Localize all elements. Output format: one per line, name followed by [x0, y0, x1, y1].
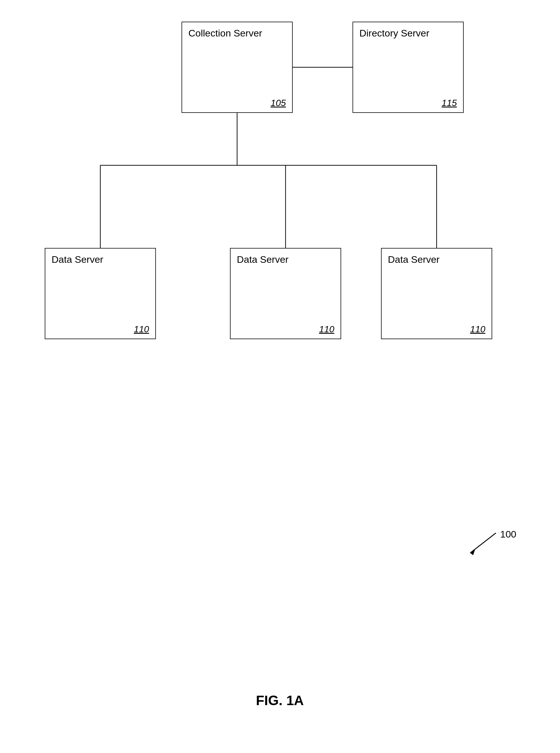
- data-server-left-number: 110: [134, 324, 149, 335]
- diagram-reference-number: 100: [500, 529, 516, 540]
- data-server-center-label: Data Server: [237, 254, 334, 265]
- svg-marker-7: [470, 549, 475, 555]
- directory-server-label: Directory Server: [359, 27, 457, 39]
- data-server-center-number: 110: [319, 324, 334, 335]
- figure-label: FIG. 1A: [237, 693, 323, 708]
- data-server-left-node: Data Server 110: [45, 248, 156, 339]
- data-server-right-number: 110: [470, 324, 485, 335]
- collection-server-node: Collection Server 105: [182, 22, 293, 113]
- collection-server-number: 105: [271, 98, 286, 108]
- data-server-right-node: Data Server 110: [381, 248, 492, 339]
- collection-server-label: Collection Server: [188, 27, 286, 39]
- data-server-center-node: Data Server 110: [230, 248, 341, 339]
- directory-server-node: Directory Server 115: [353, 22, 464, 113]
- directory-server-number: 115: [442, 98, 457, 108]
- svg-line-6: [470, 533, 496, 553]
- data-server-right-label: Data Server: [388, 254, 485, 265]
- data-server-left-label: Data Server: [52, 254, 149, 265]
